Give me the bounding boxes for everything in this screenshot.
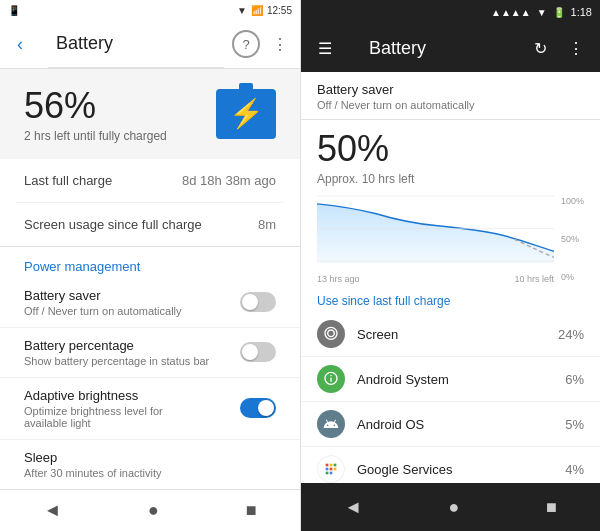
usage-android-os[interactable]: Android OS 5% [301, 402, 600, 447]
adaptive-brightness-setting[interactable]: Adaptive brightness Optimize brightness … [0, 378, 300, 440]
right-battery-icon: 🔋 [553, 7, 565, 18]
android-system-pct: 6% [565, 372, 584, 387]
android-os-pct: 5% [565, 417, 584, 432]
screen-usage-label: Screen usage since full charge [24, 217, 202, 232]
right-nav-back-button[interactable]: ◄ [344, 497, 362, 518]
battery-icon: ⚡ [216, 89, 276, 139]
last-full-charge-row: Last full charge 8d 18h 38m ago [16, 159, 284, 203]
signal-icon: 📶 [251, 5, 263, 16]
left-time: 12:55 [267, 5, 292, 16]
last-full-charge-value: 8d 18h 38m ago [182, 173, 276, 188]
battery-saver-sub: Off / Never turn on automatically [24, 305, 182, 317]
battery-saver-title: Battery saver [24, 288, 182, 303]
right-signal-icon: ▲▲▲▲ [491, 7, 531, 18]
left-panel: 📱 ▼ 📶 12:55 ‹ Battery ? ⋮ 56% 2 hrs left… [0, 0, 300, 531]
right-page-title: Battery [357, 24, 516, 72]
right-toolbar: ☰ Battery ↻ ⋮ [301, 24, 600, 72]
right-battery-summary: 50% Approx. 10 hrs left [301, 120, 600, 190]
battery-percentage-title: Battery percentage [24, 338, 209, 353]
sleep-sub: After 30 minutes of inactivity [24, 467, 276, 479]
right-wifi-icon: ▼ [537, 7, 547, 18]
use-since-label: Use since last full charge [301, 288, 600, 312]
right-battery-approx: Approx. 10 hrs left [317, 172, 584, 186]
chart-x-right: 10 hrs left [514, 274, 554, 284]
screen-usage-value: 8m [258, 217, 276, 232]
android-system-label: Android System [357, 372, 553, 387]
right-nav-recent-button[interactable]: ■ [546, 497, 557, 518]
power-management-header: Power management [0, 247, 300, 278]
battery-percentage-toggle[interactable] [240, 342, 276, 362]
screen-icon [317, 320, 345, 348]
chart-y-50: 50% [561, 234, 584, 244]
right-nav-bar: ◄ ● ■ [301, 483, 600, 531]
right-more-options-button[interactable]: ⋮ [564, 36, 588, 60]
adaptive-brightness-title: Adaptive brightness [24, 388, 163, 403]
screen-usage-row: Screen usage since full charge 8m [16, 203, 284, 246]
sleep-setting[interactable]: Sleep After 30 minutes of inactivity [0, 440, 300, 489]
right-nav-home-button[interactable]: ● [449, 497, 460, 518]
usage-screen[interactable]: Screen 24% [301, 312, 600, 357]
menu-button[interactable]: ☰ [313, 36, 337, 60]
refresh-button[interactable]: ↻ [528, 36, 552, 60]
battery-summary: 56% 2 hrs left until fully charged ⚡ [0, 69, 300, 159]
battery-percentage-sub: Show battery percentage in status bar [24, 355, 209, 367]
android-os-label: Android OS [357, 417, 553, 432]
help-button[interactable]: ? [232, 30, 260, 58]
saver-sub: Off / Never turn on automatically [317, 99, 584, 111]
left-status-app-icon: 📱 [8, 5, 20, 16]
back-button[interactable]: ‹ [8, 32, 32, 56]
usage-google-services[interactable]: Google Services 4% [301, 447, 600, 483]
google-services-label: Google Services [357, 462, 553, 477]
screen-pct: 24% [558, 327, 584, 342]
chart-x-labels: 13 hrs ago 10 hrs left [317, 274, 554, 284]
right-time: 1:18 [571, 6, 592, 18]
chart-svg [317, 194, 554, 263]
nav-recent-button[interactable]: ■ [246, 500, 257, 521]
android-system-icon [317, 365, 345, 393]
nav-back-button[interactable]: ◄ [43, 500, 61, 521]
info-section: Last full charge 8d 18h 38m ago Screen u… [0, 159, 300, 247]
adaptive-brightness-toggle[interactable] [240, 398, 276, 418]
nav-home-button[interactable]: ● [148, 500, 159, 521]
usage-list: Screen 24% Android System 6% Android OS … [301, 312, 600, 483]
last-full-charge-label: Last full charge [24, 173, 112, 188]
android-os-icon [317, 410, 345, 438]
left-status-bar: 📱 ▼ 📶 12:55 [0, 0, 300, 21]
battery-time-left: 2 hrs left until fully charged [24, 129, 167, 143]
right-panel: ▲▲▲▲ ▼ 🔋 1:18 ☰ Battery ↻ ⋮ Battery save… [300, 0, 600, 531]
battery-percent: 56% [24, 85, 167, 127]
chart-x-left: 13 hrs ago [317, 274, 360, 284]
battery-chart: 100% 50% 0% 13 hrs ago 10 hrs left [317, 194, 584, 284]
right-battery-percent: 50% [317, 128, 584, 170]
battery-saver-toggle[interactable] [240, 292, 276, 312]
battery-saver-setting[interactable]: Battery saver Off / Never turn on automa… [0, 278, 300, 328]
battery-percentage-setting[interactable]: Battery percentage Show battery percenta… [0, 328, 300, 378]
left-nav-bar: ◄ ● ■ [0, 489, 300, 531]
left-toolbar: ‹ Battery ? ⋮ [0, 21, 300, 69]
chart-y-0: 0% [561, 272, 584, 282]
wifi-icon: ▼ [237, 5, 247, 16]
usage-android-system[interactable]: Android System 6% [301, 357, 600, 402]
left-page-title: Battery [48, 20, 224, 68]
saver-title: Battery saver [317, 82, 584, 97]
google-services-pct: 4% [565, 462, 584, 477]
more-options-button[interactable]: ⋮ [268, 32, 292, 56]
saver-section: Battery saver Off / Never turn on automa… [301, 72, 600, 120]
chart-y-labels: 100% 50% 0% [561, 194, 584, 284]
screen-label: Screen [357, 327, 546, 342]
sleep-title: Sleep [24, 450, 276, 465]
right-status-bar: ▲▲▲▲ ▼ 🔋 1:18 [301, 0, 600, 24]
google-services-icon [317, 455, 345, 483]
adaptive-brightness-sub: Optimize brightness level foravailable l… [24, 405, 163, 429]
chart-y-100: 100% [561, 196, 584, 206]
